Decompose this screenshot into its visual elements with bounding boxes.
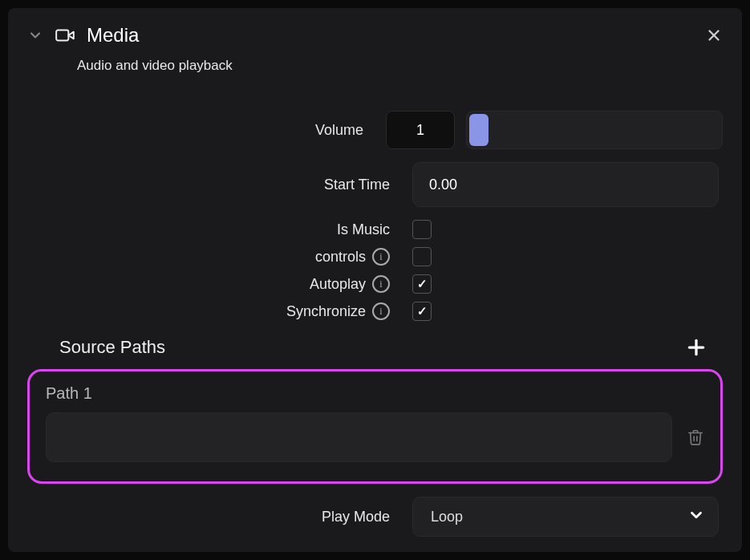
volume-slider-thumb[interactable] [469,114,489,146]
path-card: Path 1 [27,369,723,484]
collapse-chevron-icon[interactable] [27,27,43,43]
is-music-label: Is Music [27,221,396,238]
info-icon[interactable]: i [372,248,390,266]
panel-header: Media [27,24,723,47]
start-time-row: Start Time [27,162,723,207]
close-button[interactable] [705,26,723,44]
start-time-label: Start Time [27,177,396,193]
play-mode-row: Play Mode Loop [27,497,723,537]
svg-rect-0 [56,30,68,41]
start-time-input[interactable] [412,162,719,207]
controls-row: controls i [27,247,723,266]
source-paths-header: Source Paths [27,337,723,358]
info-icon[interactable]: i [372,302,390,320]
synchronize-row: Synchronize i [27,302,723,321]
synchronize-checkbox[interactable] [412,302,432,321]
is-music-row: Is Music [27,220,723,239]
play-mode-label: Play Mode [27,509,396,526]
path-label: Path 1 [46,384,704,403]
is-music-checkbox[interactable] [412,220,432,239]
path-input[interactable] [46,412,672,462]
add-path-button[interactable] [686,337,707,358]
autoplay-row: Autoplay i [27,274,723,294]
autoplay-label: Autoplay [310,276,366,293]
panel-title: Media [87,24,694,47]
media-panel: Media Audio and video playback Volume St… [8,8,742,552]
synchronize-label: Synchronize [286,303,366,320]
chevron-down-icon [687,506,705,527]
delete-path-button[interactable] [687,428,704,446]
volume-label: Volume [27,122,370,139]
autoplay-checkbox[interactable] [412,274,432,294]
camera-icon [55,25,75,46]
source-paths-title: Source Paths [59,337,165,358]
controls-checkbox[interactable] [412,247,432,266]
panel-subtitle: Audio and video playback [77,58,723,74]
info-icon[interactable]: i [372,275,390,293]
volume-row: Volume [27,111,723,149]
controls-label: controls [315,249,366,266]
volume-input[interactable] [386,111,455,149]
form-area: Volume Start Time Is Music controls [27,111,723,537]
play-mode-select[interactable]: Loop [412,497,719,537]
volume-slider[interactable] [466,111,723,149]
play-mode-value: Loop [431,509,463,526]
svg-marker-1 [68,32,74,39]
